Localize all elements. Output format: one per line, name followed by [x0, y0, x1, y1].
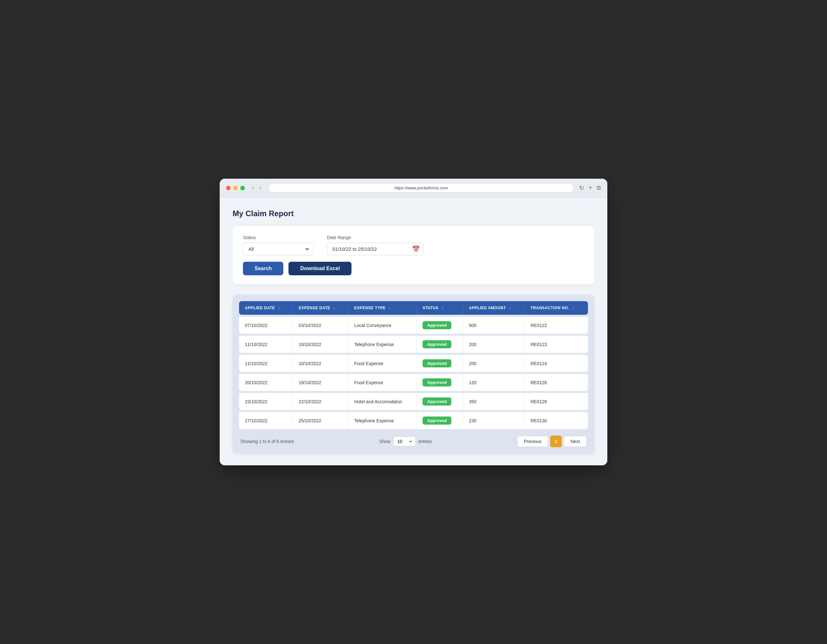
claims-table: APPLIED DATE ↕ EXPENSE DATE ↕ EXPENSE TY… [239, 301, 588, 429]
nav-arrows: ‹ › [250, 184, 263, 192]
cell-applied_date-5: 27/10/2022 [239, 410, 293, 429]
date-range-label: Date Range [327, 235, 424, 240]
col-applied-date: APPLIED DATE ↕ [239, 301, 293, 315]
status-filter-group: Status All Approved Pending Rejected [243, 235, 314, 255]
col-expense-type-label: EXPENSE TYPE [354, 306, 385, 310]
cell-transaction_no-0: RE0122 [524, 315, 588, 334]
status-badge: Approved [423, 397, 451, 405]
show-label: Show [379, 439, 390, 444]
showing-text: Showing 1 to 6 of 6 entries [240, 439, 294, 444]
cell-status-3: Approved [417, 372, 463, 391]
browser-chrome: ‹ › https://www.pockethrms.com ↻ + ⧉ [220, 179, 607, 197]
pagination-row: Showing 1 to 6 of 6 entries Show 10 25 5… [239, 436, 588, 447]
cell-applied_amount-1: 200 [463, 334, 525, 353]
cell-transaction_no-1: RE0123 [524, 334, 588, 353]
forward-button[interactable]: › [257, 184, 263, 192]
copy-icon[interactable]: ⧉ [597, 184, 601, 192]
cell-expense_date-0: 03/10/2022 [293, 315, 349, 334]
filter-card: Status All Approved Pending Rejected Dat… [232, 226, 595, 284]
sort-expense-date-icon[interactable]: ↕ [333, 306, 335, 310]
sort-status-icon[interactable]: ↕ [442, 306, 443, 310]
cell-expense_type-3: Food Expense [348, 372, 417, 391]
status-badge: Approved [423, 360, 451, 367]
cell-applied_amount-0: 500 [463, 315, 525, 334]
cell-expense_date-1: 10/10/2022 [293, 334, 349, 353]
status-badge: Approved [423, 321, 451, 329]
url-text: https://www.pockethrms.com [395, 186, 448, 190]
current-page-number[interactable]: 1 [550, 436, 562, 447]
header-row: APPLIED DATE ↕ EXPENSE DATE ↕ EXPENSE TY… [239, 301, 588, 315]
table-row: 07/10/202203/10/2022Local ConveyanceAppr… [239, 315, 588, 334]
cell-expense_date-5: 25/10/2022 [293, 410, 349, 429]
close-button[interactable] [226, 186, 231, 190]
col-applied-date-label: APPLIED DATE [245, 306, 275, 310]
pagination-buttons: Previous 1 Next [517, 436, 587, 447]
cell-applied_amount-3: 120 [463, 372, 525, 391]
btn-row: Search Download Excel [243, 262, 584, 275]
cell-expense_date-4: 22/10/2022 [293, 391, 349, 410]
cell-transaction_no-3: RE0126 [524, 372, 588, 391]
page-title: My Claim Report [232, 209, 595, 218]
sort-transaction-no-icon[interactable]: ↕ [573, 306, 574, 310]
cell-status-2: Approved [417, 353, 463, 372]
browser-actions: ↻ + ⧉ [579, 184, 601, 192]
cell-applied_date-2: 11/10/2022 [239, 353, 293, 372]
cell-applied_amount-2: 200 [463, 353, 525, 372]
page-content: My Claim Report Status All Approved Pend… [220, 197, 607, 465]
cell-applied_date-3: 20/10/2022 [239, 372, 293, 391]
table-card: APPLIED DATE ↕ EXPENSE DATE ↕ EXPENSE TY… [232, 295, 595, 454]
date-range-filter-group: Date Range 📅 [327, 235, 424, 255]
cell-transaction_no-2: RE0124 [524, 353, 588, 372]
search-button[interactable]: Search [243, 262, 283, 275]
traffic-lights [226, 186, 245, 190]
entries-per-page-select[interactable]: 10 25 50 100 [393, 436, 416, 446]
back-button[interactable]: ‹ [250, 184, 256, 192]
table-row: 20/10/202219/10/2022Food ExpenseApproved… [239, 372, 588, 391]
col-applied-amount-label: APPLIED AMOUNT [469, 306, 506, 310]
col-transaction-no: TRANSACTION NO. ↕ [524, 301, 588, 315]
cell-expense_date-3: 19/10/2022 [293, 372, 349, 391]
date-range-input[interactable] [327, 243, 424, 255]
col-transaction-no-label: TRANSACTION NO. [531, 306, 569, 310]
date-range-wrapper: 📅 [327, 243, 424, 255]
table-row: 27/10/202225/10/2022Telephone ExpenseApp… [239, 410, 588, 429]
cell-expense_type-5: Telephone Expense [348, 410, 417, 429]
col-applied-amount: APPLIED AMOUNT ↕ [463, 301, 525, 315]
next-button[interactable]: Next [564, 436, 587, 447]
cell-applied_date-4: 23/10/2022 [239, 391, 293, 410]
status-label: Status [243, 235, 314, 240]
cell-transaction_no-5: RE0130 [524, 410, 588, 429]
cell-expense_type-2: Food Expense [348, 353, 417, 372]
filter-row: Status All Approved Pending Rejected Dat… [243, 235, 584, 255]
add-tab-icon[interactable]: + [588, 184, 592, 192]
entries-label: entries [418, 439, 432, 444]
cell-expense_type-1: Telephone Expense [348, 334, 417, 353]
reload-icon[interactable]: ↻ [579, 184, 584, 192]
sort-expense-type-icon[interactable]: ↕ [389, 306, 391, 310]
table-header: APPLIED DATE ↕ EXPENSE DATE ↕ EXPENSE TY… [239, 301, 588, 315]
browser-window: ‹ › https://www.pockethrms.com ↻ + ⧉ My … [220, 179, 607, 465]
cell-expense_type-0: Local Conveyance [348, 315, 417, 334]
cell-expense_type-4: Hotel and Accomodaton [348, 391, 417, 410]
sort-applied-date-icon[interactable]: ↕ [278, 306, 280, 310]
cell-status-5: Approved [417, 410, 463, 429]
col-status: STATUS ↕ [417, 301, 463, 315]
previous-button[interactable]: Previous [517, 436, 548, 447]
address-bar[interactable]: https://www.pockethrms.com [268, 183, 574, 192]
col-expense-type: EXPENSE TYPE ↕ [348, 301, 417, 315]
col-status-label: STATUS [423, 306, 438, 310]
minimize-button[interactable] [233, 186, 238, 190]
table-body: 07/10/202203/10/2022Local ConveyanceAppr… [239, 315, 588, 429]
status-select[interactable]: All Approved Pending Rejected [243, 243, 314, 255]
status-badge: Approved [423, 378, 451, 386]
maximize-button[interactable] [240, 186, 245, 190]
sort-applied-amount-icon[interactable]: ↕ [509, 306, 511, 310]
cell-expense_date-2: 10/10/2022 [293, 353, 349, 372]
col-expense-date-label: EXPENSE DATE [299, 306, 331, 310]
table-row: 23/10/202222/10/2022Hotel and Accomodato… [239, 391, 588, 410]
cell-applied_date-0: 07/10/2022 [239, 315, 293, 334]
cell-transaction_no-4: RE0128 [524, 391, 588, 410]
download-excel-button[interactable]: Download Excel [289, 262, 351, 275]
col-expense-date: EXPENSE DATE ↕ [293, 301, 349, 315]
status-badge: Approved [423, 340, 451, 349]
